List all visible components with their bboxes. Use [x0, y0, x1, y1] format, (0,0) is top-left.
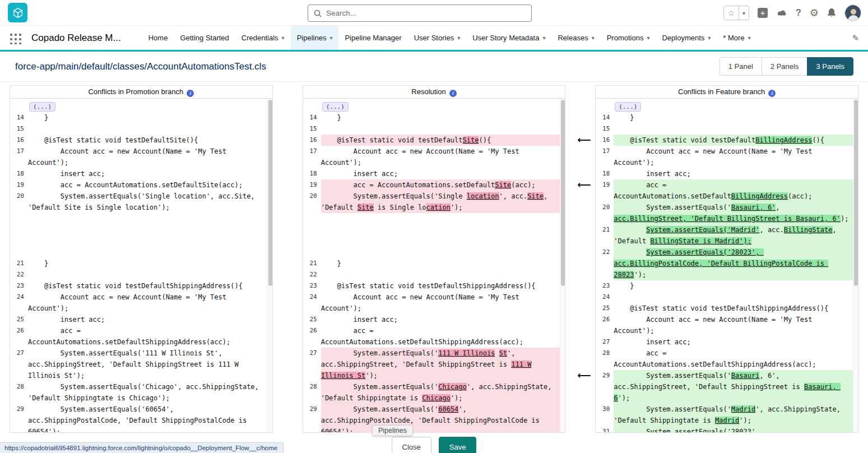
line-number: 23 — [10, 280, 28, 292]
info-icon[interactable]: i — [187, 90, 194, 97]
line-number: 17 — [303, 146, 321, 168]
upload-cloud-icon[interactable] — [776, 9, 787, 17]
code-segment: '); — [739, 417, 751, 424]
panel-header-resolution: Resolutioni — [303, 86, 565, 99]
add-icon[interactable]: + — [758, 8, 768, 18]
code-line: 29 System.assertEquals('60654', acc.Ship… — [303, 404, 565, 432]
info-icon[interactable]: i — [449, 90, 457, 97]
code-segment: (){ — [812, 136, 824, 144]
notifications-bell-icon[interactable] — [827, 8, 836, 18]
copy-change-left-arrow[interactable]: ⟵ — [569, 179, 599, 190]
global-header: ☆ ▾ + ? ⚙ — [0, 0, 868, 26]
panel-scrollbar[interactable] — [560, 99, 565, 432]
code-text: System.assertEquals('28023', acc.Billing… — [614, 247, 858, 280]
code-text: System.assertEquals('60654', acc.Shippin… — [28, 404, 272, 432]
code-text: System.assertEquals('Single location', a… — [321, 191, 565, 213]
line-number: 14 — [303, 112, 321, 123]
favorites-control[interactable]: ☆ ▾ — [723, 6, 749, 20]
tab-getting-started[interactable]: Getting Started — [174, 26, 235, 50]
user-avatar[interactable] — [844, 4, 861, 21]
code-segment: } — [321, 114, 341, 122]
copy-change-left-arrow[interactable]: ⟵ — [569, 134, 599, 145]
line-number: 31 — [596, 426, 614, 432]
tab-label: Deployments — [662, 34, 704, 42]
2-panels-button[interactable]: 2 Panels — [762, 57, 808, 76]
code-text: insert acc; — [614, 168, 858, 179]
code-segment: insert acc; — [28, 316, 105, 323]
edit-nav-pencil-icon[interactable]: ✎ — [852, 33, 859, 43]
code-line: 25 insert acc; — [10, 314, 272, 325]
alignment-spacer — [303, 213, 565, 258]
tab-pipeline-manager[interactable]: Pipeline Manager — [338, 26, 407, 50]
code-text: } — [321, 258, 565, 269]
1-panel-button[interactable]: 1 Panel — [720, 57, 762, 76]
code-segment: insert acc; — [614, 170, 690, 178]
tab-label: * More — [723, 34, 744, 42]
diff-word-highlight: Basauri — [731, 372, 760, 380]
3-panels-button[interactable]: 3 Panels — [807, 57, 853, 76]
help-icon[interactable]: ? — [796, 8, 801, 18]
code-line: 15 — [596, 123, 858, 135]
collapsed-lines-chip[interactable]: (...) — [615, 102, 641, 112]
line-number — [596, 101, 614, 112]
code-line: 23 @isTest static void testDefaultShippi… — [303, 280, 565, 292]
tab-label: Credentials — [242, 34, 278, 42]
code-line: 14 } — [303, 112, 565, 123]
diff-word-highlight: Madrid — [731, 405, 755, 413]
collapsed-lines-chip[interactable]: (...) — [29, 102, 55, 112]
panel-scrollbar[interactable] — [853, 99, 858, 432]
code-segment: @isTest static void testDefaultSite(){ — [28, 136, 198, 144]
line-number: 26 — [596, 314, 614, 336]
info-icon[interactable]: i — [768, 90, 776, 97]
tab-pipelines[interactable]: Pipelines▾ — [291, 26, 339, 50]
scrollbar-thumb[interactable] — [561, 100, 565, 286]
line-number: 19 — [10, 179, 28, 191]
tab-promotions[interactable]: Promotions▾ — [601, 26, 656, 50]
code-line: 31 System.assertEquals('28023', — [596, 426, 858, 432]
setup-gear-icon[interactable]: ⚙ — [810, 7, 819, 19]
app-name[interactable]: Copado Release M... — [31, 33, 121, 44]
tab-label: User Stories — [414, 34, 454, 42]
line-number: 17 — [10, 146, 28, 168]
line-number — [303, 101, 321, 112]
line-number: 18 — [10, 168, 28, 179]
scrollbar-thumb[interactable] — [854, 100, 858, 286]
tab-deployments[interactable]: Deployments▾ — [656, 26, 717, 50]
line-number: 18 — [303, 168, 321, 179]
tab-user-stories[interactable]: User Stories▾ — [408, 26, 467, 50]
tab-more[interactable]: * More▾ — [717, 26, 756, 50]
tab-releases[interactable]: Releases▾ — [551, 26, 600, 50]
tab-credentials[interactable]: Credentials▾ — [235, 26, 291, 50]
app-launcher-icon[interactable] — [9, 32, 21, 44]
line-number: 22 — [303, 269, 321, 280]
code-segment: System.assertEquals('28023', — [614, 428, 759, 432]
save-button[interactable]: Save — [439, 437, 477, 453]
line-number: 18 — [596, 168, 614, 179]
tab-home[interactable]: Home — [142, 26, 174, 50]
search-input[interactable] — [326, 9, 526, 17]
code-segment: (){ — [479, 136, 491, 144]
global-search[interactable] — [308, 4, 532, 22]
collapsed-lines-chip[interactable]: (...) — [322, 102, 349, 112]
code-line: 25 @isTest static void testDefaultShippi… — [596, 303, 858, 314]
code-line: 28 System.assertEquals('Chicago', acc.Sh… — [303, 381, 565, 404]
copado-logo[interactable] — [8, 3, 27, 22]
copy-change-left-arrow[interactable]: ⟵ — [569, 369, 599, 381]
line-number: 24 — [10, 292, 28, 314]
line-number: 28 — [10, 381, 28, 404]
line-number: 16 — [10, 135, 28, 146]
code-segment: acc = AccountAutomations.setDefaultShipp… — [321, 327, 523, 346]
code-segment: System.assertEquals(' — [321, 349, 439, 357]
chevron-down-icon: ▾ — [748, 35, 751, 41]
panel-scrollbar[interactable] — [267, 99, 272, 432]
code-segment: } — [614, 282, 634, 290]
scrollbar-thumb[interactable] — [268, 100, 272, 286]
close-button[interactable]: Close — [392, 437, 431, 453]
line-number: 24 — [596, 292, 614, 303]
favorites-star-icon[interactable]: ☆ — [724, 6, 739, 20]
panel-toggle-group: 1 Panel2 Panels3 Panels — [720, 57, 853, 76]
code-segment: '); — [634, 271, 646, 279]
tab-user-story-metadata[interactable]: User Story Metadata▾ — [466, 26, 551, 50]
favorites-caret-icon[interactable]: ▾ — [739, 6, 749, 20]
line-number: 25 — [303, 314, 321, 325]
